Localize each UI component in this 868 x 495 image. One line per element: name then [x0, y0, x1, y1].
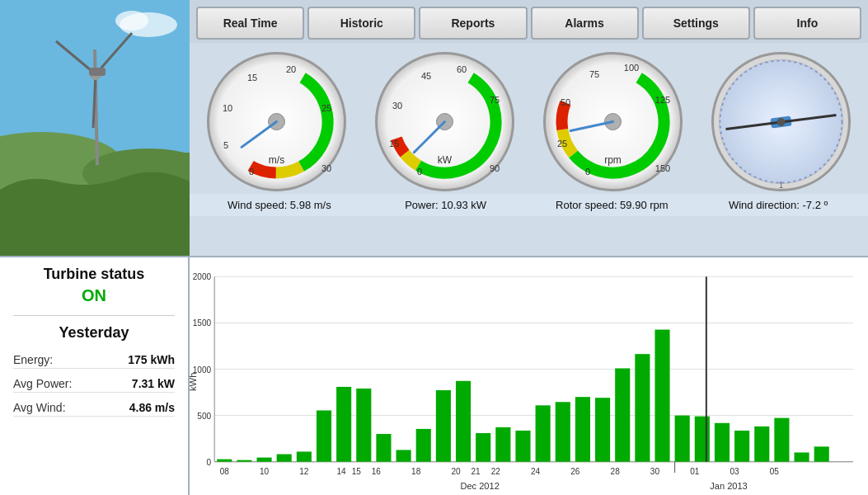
wind-speed-gauge: 0 5 10 15 20 25 30 m/s [204, 50, 349, 194]
svg-point-60 [777, 118, 785, 126]
svg-text:kW: kW [438, 154, 453, 166]
svg-text:20: 20 [286, 64, 296, 74]
svg-text:75: 75 [490, 95, 500, 105]
wind-direction-gauge: 1 [709, 50, 853, 194]
main-container: Real Time Historic Reports Alarms Settin… [0, 0, 868, 495]
stat-avg-power: Avg Power: 7.31 kW [13, 375, 175, 393]
svg-text:0: 0 [249, 167, 254, 177]
svg-text:500: 500 [197, 412, 211, 421]
svg-text:25: 25 [321, 103, 331, 113]
svg-text:0: 0 [207, 458, 212, 467]
svg-text:rpm: rpm [604, 154, 622, 166]
power-gauge: 0 15 30 45 60 75 90 kW [373, 50, 517, 194]
yesterday-title: Yesterday [13, 315, 175, 342]
values-row: Wind speed: 5.98 m/s Power: 10.93 kW Rot… [190, 194, 868, 216]
gauges-row: 0 5 10 15 20 25 30 m/s [190, 43, 868, 194]
svg-text:15: 15 [389, 139, 399, 148]
wind-speed-value: Wind speed: 5.98 m/s [196, 199, 363, 211]
svg-text:22: 22 [491, 467, 501, 476]
svg-rect-93 [556, 402, 570, 461]
svg-text:03: 03 [730, 467, 739, 476]
svg-rect-85 [396, 450, 411, 461]
svg-rect-105 [795, 452, 809, 461]
svg-text:26: 26 [570, 467, 580, 476]
svg-text:1000: 1000 [193, 365, 212, 375]
nav-btn-settings[interactable]: Settings [642, 7, 750, 40]
energy-label: Energy: [13, 353, 53, 366]
nav-btn-real-time[interactable]: Real Time [196, 7, 304, 40]
nav-btn-historic[interactable]: Historic [307, 7, 415, 40]
svg-rect-90 [495, 427, 510, 462]
top-section: Real Time Historic Reports Alarms Settin… [0, 0, 868, 256]
avg-power-value: 7.31 kW [132, 377, 175, 390]
svg-point-2 [115, 11, 148, 31]
svg-rect-11 [89, 68, 106, 76]
svg-text:2000: 2000 [193, 272, 212, 281]
avg-wind-label: Avg Wind: [13, 401, 66, 414]
svg-text:kWh: kWh [190, 373, 198, 391]
svg-text:m/s: m/s [269, 154, 284, 166]
svg-text:1: 1 [778, 181, 783, 190]
svg-text:5: 5 [223, 140, 228, 150]
svg-text:05: 05 [770, 467, 780, 476]
power-value: Power: 10.93 kW [363, 199, 529, 211]
svg-text:60: 60 [457, 64, 467, 74]
wind-image [0, 0, 190, 256]
svg-text:30: 30 [650, 467, 660, 476]
svg-text:24: 24 [531, 467, 541, 476]
svg-text:18: 18 [411, 467, 421, 476]
svg-rect-76 [217, 460, 232, 462]
svg-rect-91 [515, 431, 530, 462]
svg-rect-82 [336, 387, 351, 462]
chart-area: kWh 2000 1500 1000 500 0 [190, 257, 868, 495]
svg-text:150: 150 [655, 163, 670, 173]
svg-rect-88 [456, 381, 471, 462]
svg-rect-80 [297, 451, 312, 461]
bar-chart: kWh 2000 1500 1000 500 0 [190, 264, 861, 495]
rotor-speed-value: Rotor speed: 59.90 rpm [529, 199, 696, 211]
svg-text:01: 01 [690, 467, 700, 476]
svg-rect-102 [734, 431, 749, 462]
svg-text:10: 10 [223, 103, 232, 113]
svg-text:20: 20 [451, 467, 461, 476]
svg-rect-83 [356, 389, 371, 462]
svg-rect-98 [655, 330, 669, 462]
svg-text:Jan 2013: Jan 2013 [710, 481, 747, 491]
svg-text:12: 12 [299, 467, 309, 476]
svg-rect-103 [754, 427, 769, 462]
svg-text:21: 21 [472, 467, 481, 476]
right-panel: Real Time Historic Reports Alarms Settin… [190, 0, 868, 256]
svg-text:50: 50 [561, 97, 570, 107]
svg-text:45: 45 [421, 71, 431, 81]
nav-btn-alarms[interactable]: Alarms [531, 7, 639, 40]
stat-avg-wind: Avg Wind: 4.86 m/s [13, 399, 175, 417]
svg-rect-95 [595, 398, 610, 462]
svg-rect-101 [715, 423, 730, 462]
nav-btn-info[interactable]: Info [753, 7, 861, 40]
svg-rect-97 [635, 354, 650, 462]
svg-rect-79 [277, 455, 292, 462]
wind-direction-value: Wind direction: -7.2 º [695, 199, 861, 211]
svg-rect-89 [476, 433, 490, 462]
svg-rect-92 [536, 405, 551, 461]
svg-rect-87 [436, 390, 451, 462]
svg-rect-106 [814, 446, 829, 461]
svg-text:16: 16 [372, 467, 382, 476]
svg-text:90: 90 [490, 163, 500, 173]
svg-rect-96 [615, 368, 630, 461]
svg-rect-84 [376, 434, 391, 462]
svg-rect-81 [317, 410, 331, 461]
svg-text:30: 30 [392, 101, 402, 111]
status-panel: Turbine status ON Yesterday Energy: 175 … [0, 257, 190, 495]
svg-rect-86 [416, 429, 431, 462]
svg-text:Dec 2012: Dec 2012 [461, 481, 500, 491]
energy-value: 175 kWh [128, 353, 175, 366]
svg-text:125: 125 [655, 95, 670, 105]
svg-text:15: 15 [352, 467, 362, 476]
avg-wind-value: 4.86 m/s [129, 401, 175, 414]
nav-bar: Real Time Historic Reports Alarms Settin… [190, 0, 868, 43]
svg-rect-99 [675, 416, 690, 462]
svg-text:0: 0 [585, 167, 590, 177]
nav-btn-reports[interactable]: Reports [419, 7, 527, 40]
svg-text:100: 100 [624, 63, 639, 73]
